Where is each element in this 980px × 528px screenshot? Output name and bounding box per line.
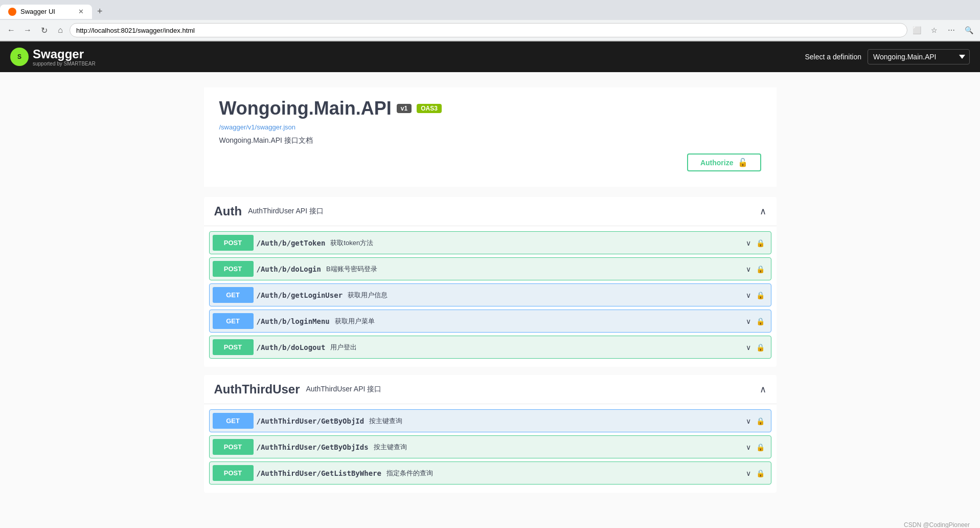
method-badge-get: GET: [213, 287, 254, 303]
swagger-content: Wongoing.Main.API v1 OAS3 /swagger/v1/sw…: [194, 72, 787, 516]
endpoint-auththirduser-getlistbywhere[interactable]: POST /AuthThirdUser/GetListByWhere 指定条件的…: [209, 461, 771, 485]
api-group-auth: Auth AuthThirdUser API 接口 ∧ POST /Auth/b…: [204, 197, 777, 367]
endpoint-right: ∨ 🔒: [746, 443, 771, 451]
method-badge-get: GET: [213, 413, 254, 429]
lock-icon: 🔒: [756, 239, 765, 247]
endpoint-path: /Auth/b/getLoginUser: [257, 291, 343, 299]
endpoint-desc: 获取用户菜单: [335, 317, 375, 326]
endpoint-right: ∨ 🔒: [746, 291, 771, 299]
swagger-logo-sub: supported by SMARTBEAR: [33, 61, 96, 67]
definition-label: Select a definition: [805, 53, 861, 61]
api-oas-badge: OAS3: [417, 104, 442, 113]
endpoint-auththirduser-getobjid[interactable]: GET /AuthThirdUser/GetByObjId 按主键查询 ∨ 🔒: [209, 409, 771, 432]
definition-select[interactable]: Wongoing.Main.API: [868, 49, 970, 64]
api-title-row: Wongoing.Main.API v1 OAS3: [219, 98, 761, 119]
swagger-json-link[interactable]: /swagger/v1/swagger.json: [219, 123, 761, 131]
chevron-down-icon: ∨: [746, 417, 751, 425]
endpoint-desc: 按主键查询: [374, 443, 407, 452]
method-badge-post: POST: [213, 439, 254, 455]
address-bar[interactable]: [70, 23, 907, 37]
tab-title: Swagger UI: [20, 8, 55, 15]
api-info-section: Wongoing.Main.API v1 OAS3 /swagger/v1/sw…: [204, 87, 777, 187]
nav-back-button[interactable]: ←: [4, 23, 18, 37]
api-version-badge: v1: [397, 104, 412, 113]
authorize-button[interactable]: Authorize 🔓: [687, 153, 761, 171]
api-group-auth-title: Auth: [214, 204, 242, 218]
endpoint-path: /AuthThirdUser/GetListByWhere: [257, 469, 381, 477]
lock-icon: 🔓: [738, 158, 748, 167]
lock-icon: 🔒: [756, 343, 765, 351]
endpoint-auththirduser-getobjids[interactable]: POST /AuthThirdUser/GetByObjIds 按主键查询 ∨ …: [209, 435, 771, 458]
browser-tab-active[interactable]: Swagger UI ✕: [0, 5, 92, 19]
api-description: Wongoing.Main.API 接口文档: [219, 136, 761, 145]
endpoint-right: ∨ 🔒: [746, 239, 771, 247]
swagger-logo: S Swagger supported by SMARTBEAR: [10, 47, 96, 67]
page-footer: CSDN @CodingPioneer: [0, 516, 980, 528]
chevron-down-icon: ∨: [746, 239, 751, 247]
swagger-header: S Swagger supported by SMARTBEAR Select …: [0, 41, 980, 72]
tab-close-button[interactable]: ✕: [78, 8, 84, 15]
swagger-logo-text: Swagger: [33, 47, 84, 61]
api-group-auth-collapse-icon: ∧: [760, 206, 766, 217]
endpoint-right: ∨ 🔒: [746, 317, 771, 325]
lock-icon: 🔒: [756, 469, 765, 477]
endpoint-path: /Auth/b/getToken: [257, 239, 326, 247]
browser-chrome: Swagger UI ✕ + ← → ↻ ⌂ ⬜ ☆ ⋯ 🔍: [0, 0, 980, 41]
lock-icon: 🔒: [756, 417, 765, 425]
endpoint-path: /Auth/b/doLogin: [257, 265, 321, 273]
nav-forward-button[interactable]: →: [20, 23, 35, 37]
new-tab-button[interactable]: +: [92, 3, 108, 20]
endpoint-path: /Auth/b/doLogout: [257, 343, 326, 351]
chevron-down-icon: ∨: [746, 443, 751, 451]
endpoint-desc: 获取用户信息: [348, 291, 388, 300]
method-badge-get: GET: [213, 313, 254, 329]
api-group-auththirduser-title: AuthThirdUser: [214, 382, 300, 397]
chevron-down-icon: ∨: [746, 343, 751, 351]
method-badge-post: POST: [213, 235, 254, 251]
api-group-auththirduser-header[interactable]: AuthThirdUser AuthThirdUser API 接口 ∧: [204, 375, 777, 404]
endpoint-auth-dologout[interactable]: POST /Auth/b/doLogout 用户登出 ∨ 🔒: [209, 336, 771, 359]
endpoint-right: ∨ 🔒: [746, 265, 771, 273]
endpoint-right: ∨ 🔒: [746, 417, 771, 425]
api-group-auththirduser-body: GET /AuthThirdUser/GetByObjId 按主键查询 ∨ 🔒 …: [204, 404, 777, 493]
api-group-auth-body: POST /Auth/b/getToken 获取token方法 ∨ 🔒 POST…: [204, 226, 777, 367]
endpoint-desc: B端账号密码登录: [326, 265, 377, 274]
lock-icon: 🔒: [756, 291, 765, 299]
api-group-auththirduser-desc: AuthThirdUser API 接口: [306, 385, 382, 394]
browser-nav-bar: ← → ↻ ⌂ ⬜ ☆ ⋯ 🔍: [0, 20, 980, 41]
chevron-down-icon: ∨: [746, 265, 751, 273]
nav-home-button[interactable]: ⌂: [53, 23, 67, 37]
chevron-down-icon: ∨: [746, 317, 751, 325]
endpoint-desc: 用户登出: [330, 343, 357, 352]
api-title: Wongoing.Main.API: [219, 98, 392, 119]
api-group-auththirduser: AuthThirdUser AuthThirdUser API 接口 ∧ GET…: [204, 375, 777, 493]
more-icon[interactable]: ⋯: [944, 23, 959, 37]
chevron-down-icon: ∨: [746, 469, 751, 477]
search-icon[interactable]: 🔍: [962, 23, 976, 37]
footer-text: CSDN @CodingPioneer: [904, 521, 970, 528]
endpoint-path: /Auth/b/loginMenu: [257, 317, 330, 325]
screenshot-icon[interactable]: ⬜: [909, 23, 924, 37]
endpoint-path: /AuthThirdUser/GetByObjIds: [257, 443, 369, 451]
endpoint-auth-loginmenu[interactable]: GET /Auth/b/loginMenu 获取用户菜单 ∨ 🔒: [209, 310, 771, 333]
browser-tab-bar: Swagger UI ✕ +: [0, 0, 980, 20]
tab-favicon: [8, 8, 16, 16]
method-badge-post: POST: [213, 261, 254, 277]
endpoint-auth-getloginuser[interactable]: GET /Auth/b/getLoginUser 获取用户信息 ∨ 🔒: [209, 283, 771, 306]
api-group-auth-header[interactable]: Auth AuthThirdUser API 接口 ∧: [204, 197, 777, 226]
authorize-section: Authorize 🔓: [219, 145, 761, 171]
lock-icon: 🔒: [756, 443, 765, 451]
api-group-auth-desc: AuthThirdUser API 接口: [248, 207, 324, 216]
endpoint-auth-dologin[interactable]: POST /Auth/b/doLogin B端账号密码登录 ∨ 🔒: [209, 257, 771, 280]
authorize-label: Authorize: [700, 159, 734, 167]
definition-selector: Select a definition Wongoing.Main.API: [805, 49, 970, 64]
bookmark-icon[interactable]: ☆: [927, 23, 941, 37]
lock-icon: 🔒: [756, 265, 765, 273]
endpoint-auth-gettoken[interactable]: POST /Auth/b/getToken 获取token方法 ∨ 🔒: [209, 231, 771, 254]
nav-icons-right: ⬜ ☆ ⋯ 🔍: [909, 23, 976, 37]
nav-reload-button[interactable]: ↻: [37, 23, 51, 37]
endpoint-path: /AuthThirdUser/GetByObjId: [257, 417, 364, 425]
endpoint-right: ∨ 🔒: [746, 343, 771, 351]
endpoint-desc: 按主键查询: [369, 416, 402, 426]
endpoint-right: ∨ 🔒: [746, 469, 771, 477]
